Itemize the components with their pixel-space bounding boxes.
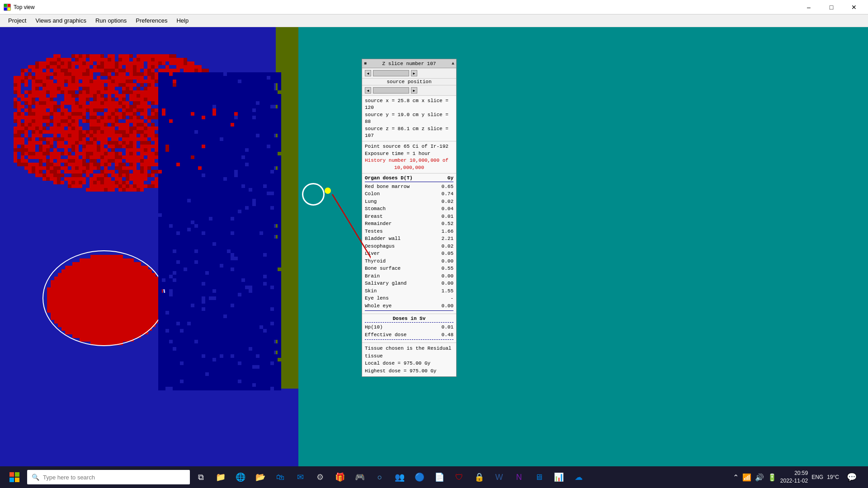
pixel-view-canvas: [0, 27, 371, 466]
windows-logo-icon: [9, 472, 20, 483]
history-label: History number 10,000,000 of: [365, 157, 453, 164]
taskbar-teams-button[interactable]: 👥: [391, 466, 409, 488]
organ-row-8: Oesophagus0.02: [365, 243, 453, 250]
taskbar-settings-button[interactable]: ⚙: [311, 466, 329, 488]
dose-divider-top: [365, 182, 453, 182]
network-icon[interactable]: 📶: [742, 473, 751, 482]
dose-table-section: Organ doses D(T) Gy Red bone marrow0.65C…: [362, 173, 456, 314]
source-z-line: source z = 86.1 cm z slice = 107: [365, 126, 453, 140]
organ-dose: 0.55: [442, 265, 453, 272]
organ-row-7: Bladder wall2.21: [365, 235, 453, 243]
panel-title-bar: ■ Z slice number 107 ▲: [362, 59, 456, 68]
sv-name: Effective dose: [365, 331, 406, 339]
dose-table-header: Organ doses D(T) Gy: [365, 175, 453, 181]
maximize-button[interactable]: □: [821, 0, 842, 14]
slice-info-section: source x = 25.8 cm x slice = 120 source …: [362, 95, 456, 141]
minimize-button[interactable]: –: [798, 0, 819, 14]
wifi-icon[interactable]: 🔊: [755, 473, 764, 482]
scroll-right-arrow[interactable]: ▶: [411, 70, 417, 76]
sv-name: Hp(10): [365, 324, 383, 331]
window-title: Top view: [14, 4, 35, 10]
sv-divider-top: [365, 322, 453, 323]
organ-dose: -: [450, 295, 453, 302]
scroll-left-arrow[interactable]: ◀: [365, 70, 371, 76]
taskbar-cloud-button[interactable]: ☁: [570, 466, 588, 488]
taskbar-gift-button[interactable]: 🎁: [331, 466, 349, 488]
language-indicator[interactable]: ENG: [811, 474, 823, 480]
taskbar-system-tray: ⌃ 📶 🔊 🔋 20:59 2022-11-02 ENG 19°C 💬: [733, 466, 864, 488]
organ-name: Breast: [365, 213, 383, 221]
notification-button[interactable]: 💬: [843, 466, 861, 488]
svg-rect-2: [4, 8, 7, 10]
taskbar-word-button[interactable]: W: [490, 466, 508, 488]
search-input[interactable]: [43, 474, 185, 481]
organ-row-13: Salivary gland0.00: [365, 280, 453, 287]
taskbar-chrome-button[interactable]: 🔵: [410, 466, 429, 488]
organ-name: Red bone marrow: [365, 183, 410, 191]
src-scroll-right-arrow[interactable]: ▶: [411, 87, 417, 94]
organ-name: Eye lens: [365, 295, 389, 302]
taskbar-store-button[interactable]: 🛍: [271, 466, 289, 488]
organ-name: Salivary gland: [365, 280, 406, 287]
source-description-section: Point source 65 Ci of Ir-192 Exposure ti…: [362, 141, 456, 173]
taskbar-xbox-button[interactable]: 🎮: [351, 466, 369, 488]
taskbar-mcafee-button[interactable]: 🛡: [450, 466, 468, 488]
taskbar-acrobat-button[interactable]: 📄: [430, 466, 448, 488]
taskbar-edge-button[interactable]: 🌐: [231, 466, 250, 488]
taskbar-file-explorer-button[interactable]: 📁: [212, 466, 230, 488]
svg-rect-3: [8, 8, 10, 10]
sv-divider-bottom: [365, 339, 453, 340]
svg-rect-7: [15, 472, 19, 477]
organ-dose: 0.04: [442, 205, 453, 213]
organ-dose: 0.00: [442, 272, 453, 280]
organ-row-11: Bone surface0.55: [365, 265, 453, 272]
taskbar-mail-button[interactable]: ✉: [291, 466, 309, 488]
organ-name: Skin: [365, 287, 377, 295]
organ-name: Brain: [365, 272, 380, 280]
chevron-up-icon[interactable]: ⌃: [733, 473, 739, 482]
organ-row-14: Skin1.55: [365, 287, 453, 295]
dose-divider-bottom: [365, 310, 453, 311]
src-scroll-left-arrow[interactable]: ◀: [365, 87, 371, 94]
taskbar-cortana-button[interactable]: ○: [371, 466, 389, 488]
tissue-line-2: Local dose = 975.00 Gy: [365, 360, 453, 367]
taskbar-task-view-button[interactable]: ⧉: [192, 466, 210, 488]
organ-dose: 0.00: [442, 302, 453, 310]
taskbar-security-button[interactable]: 🔒: [470, 466, 488, 488]
tissue-info-section: Tissue chosen is the Residual tissue Loc…: [362, 343, 456, 376]
sv-dose: 0.48: [442, 331, 453, 339]
svg-rect-0: [4, 4, 7, 7]
start-button[interactable]: [4, 466, 25, 488]
menu-run-options[interactable]: Run options: [91, 15, 131, 26]
taskbar-monitor-button[interactable]: 🖥: [530, 466, 548, 488]
title-bar-left: Top view: [4, 4, 35, 11]
sv-doses-section: Doses in Sv Hp(10)0.01Effective dose0.48: [362, 314, 456, 343]
taskbar-powerbi-button[interactable]: 📊: [550, 466, 568, 488]
organ-row-9: Liver0.05: [365, 250, 453, 258]
src-scroll-track[interactable]: [373, 87, 409, 94]
title-bar: Top view – □ ✕: [0, 0, 868, 14]
volume-icon[interactable]: 🔋: [768, 473, 777, 482]
organ-dose: 0.74: [442, 190, 453, 198]
organ-name: Remainder: [365, 220, 392, 228]
svg-rect-6: [9, 472, 14, 477]
sv-row-0: Hp(10)0.01: [365, 324, 453, 331]
system-clock[interactable]: 20:59 2022-11-02: [780, 469, 808, 485]
menu-help[interactable]: Help: [172, 15, 193, 26]
organ-row-3: Stomach0.04: [365, 205, 453, 213]
source-x-line: source x = 25.8 cm x slice = 120: [365, 98, 453, 112]
menu-views-graphics[interactable]: Views and graphics: [31, 15, 91, 26]
search-bar[interactable]: 🔍: [27, 470, 190, 484]
clock-time: 20:59: [780, 469, 808, 477]
source-circle-marker: [302, 183, 325, 206]
z-scroll-track[interactable]: [373, 70, 409, 76]
clock-date: 2022-11-02: [780, 477, 808, 485]
close-button[interactable]: ✕: [844, 0, 864, 14]
window-controls: – □ ✕: [798, 0, 864, 14]
taskbar-explorer-2-button[interactable]: 📂: [251, 466, 269, 488]
svg-rect-1: [8, 4, 10, 7]
taskbar-onenote-button[interactable]: N: [510, 466, 528, 488]
sv-row-1: Effective dose0.48: [365, 331, 453, 339]
menu-preferences[interactable]: Preferences: [131, 15, 172, 26]
menu-project[interactable]: Project: [4, 15, 31, 26]
